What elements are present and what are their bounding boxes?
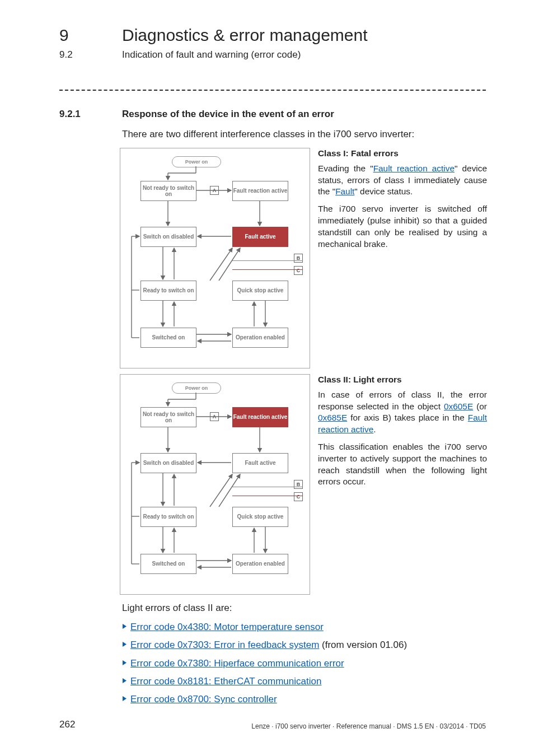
state-fault-active: Fault active xyxy=(232,453,288,473)
link-0x605E[interactable]: 0x605E xyxy=(444,402,473,411)
class2-text: Class II: Light errors In case of errors… xyxy=(318,374,487,493)
error-list-item: Error code 0x4380: Motor temperature sen… xyxy=(122,618,407,636)
error-list: Error code 0x4380: Motor temperature sen… xyxy=(122,618,407,708)
triangle-bullet-icon xyxy=(122,641,127,647)
section-number: 9.2 xyxy=(59,49,73,60)
subsection-title: Response of the device in the event of a… xyxy=(122,109,334,120)
error-link[interactable]: Error code 0x4380: Motor temperature sen… xyxy=(130,622,324,632)
state-diagram-class1: Power on Not ready to switch on Fault re… xyxy=(120,148,310,368)
error-link[interactable]: Error code 0x7303: Error in feedback sys… xyxy=(130,640,319,650)
footer-right: Lenze · i700 servo inverter · Reference … xyxy=(251,722,486,730)
badge-a: A xyxy=(210,412,219,421)
sep-b xyxy=(232,260,303,261)
link-fault-reaction-active[interactable]: Fault reaction active xyxy=(373,164,455,173)
state-quick-stop: Quick stop active xyxy=(232,507,288,527)
state-switch-on-disabled: Switch on disabled xyxy=(140,227,196,247)
sep-c xyxy=(232,496,303,496)
svg-line-36 xyxy=(210,474,232,507)
error-list-item: Error code 0x7380: Hiperface communicati… xyxy=(122,655,407,673)
triangle-bullet-icon xyxy=(122,678,127,684)
class1-p2: The i700 servo inverter is switched off … xyxy=(318,203,487,250)
link-0x685E[interactable]: 0x685E xyxy=(318,413,347,422)
svg-line-37 xyxy=(219,474,240,507)
state-fault-reaction: Fault reaction active xyxy=(232,407,288,427)
state-switched-on: Switched on xyxy=(140,554,196,574)
error-suffix: (from version 01.06) xyxy=(319,640,407,650)
state-ready-switch-on: Ready to switch on xyxy=(140,507,196,527)
badge-a: A xyxy=(210,186,219,195)
state-switched-on: Switched on xyxy=(140,328,196,348)
state-ready-switch-on: Ready to switch on xyxy=(140,281,196,301)
state-switch-on-disabled: Switch on disabled xyxy=(140,453,196,473)
triangle-bullet-icon xyxy=(122,696,127,702)
error-link[interactable]: Error code 0x7380: Hiperface communicati… xyxy=(130,658,344,669)
svg-line-15 xyxy=(210,248,232,281)
state-fault-active: Fault active xyxy=(232,227,288,247)
page-number: 262 xyxy=(59,719,75,730)
badge-b: B xyxy=(294,480,303,489)
error-list-item: Error code 0x7303: Error in feedback sys… xyxy=(122,636,407,654)
chapter-title: Diagnostics & error management xyxy=(122,26,368,45)
svg-line-16 xyxy=(219,248,240,281)
state-not-ready: Not ready to switch on xyxy=(140,407,196,427)
badge-b: B xyxy=(294,254,303,263)
error-list-item: Error code 0x8700: Sync controller xyxy=(122,690,407,708)
link-fault[interactable]: Fault xyxy=(335,186,354,196)
class2-p1: In case of errors of class II, the error… xyxy=(318,389,487,436)
error-link[interactable]: Error code 0x8181: EtherCAT communicatio… xyxy=(130,676,321,687)
power-on-pill: Power on xyxy=(172,156,221,167)
class1-p1: Evading the "Fault reaction active" devi… xyxy=(318,163,487,198)
state-operation-enabled: Operation enabled xyxy=(232,328,288,348)
class2-header: Class II: Light errors xyxy=(318,374,487,386)
class2-p2: This classification enables the i700 ser… xyxy=(318,441,487,488)
state-not-ready: Not ready to switch on xyxy=(140,181,196,201)
footer: 262 Lenze · i700 servo inverter · Refere… xyxy=(59,719,486,730)
list-caption: Light errors of class II are: xyxy=(122,603,232,614)
chapter-number: 9 xyxy=(59,26,69,45)
triangle-bullet-icon xyxy=(122,660,127,666)
divider xyxy=(59,90,486,91)
error-link[interactable]: Error code 0x8700: Sync controller xyxy=(130,694,277,704)
sep-c xyxy=(232,269,303,270)
state-operation-enabled: Operation enabled xyxy=(232,554,288,574)
state-quick-stop: Quick stop active xyxy=(232,281,288,301)
badge-c: C xyxy=(294,266,303,275)
state-diagram-class2: Power on Not ready to switch on Fault re… xyxy=(120,374,310,595)
class1-header: Class I: Fatal errors xyxy=(318,148,487,160)
subsection-number: 9.2.1 xyxy=(59,109,81,120)
section-title: Indication of fault and warning (error c… xyxy=(122,49,301,60)
intro-text: There are two different interference cla… xyxy=(122,129,414,140)
class1-text: Class I: Fatal errors Evading the "Fault… xyxy=(318,148,487,255)
badge-c: C xyxy=(294,492,303,501)
power-on-pill: Power on xyxy=(172,382,221,394)
triangle-bullet-icon xyxy=(122,623,127,629)
state-fault-reaction: Fault reaction active xyxy=(232,181,288,201)
error-list-item: Error code 0x8181: EtherCAT communicatio… xyxy=(122,673,407,690)
sep-b xyxy=(232,487,303,487)
